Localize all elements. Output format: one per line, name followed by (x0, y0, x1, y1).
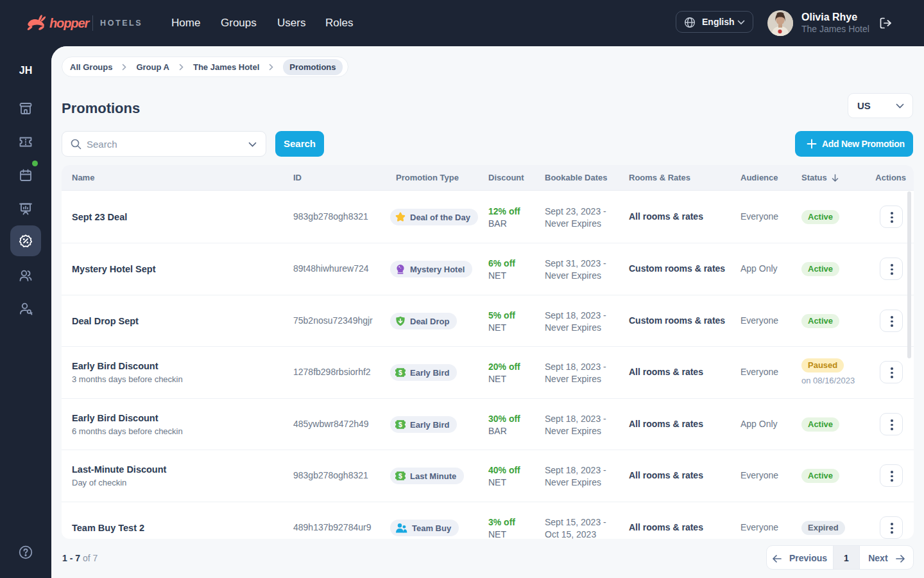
svg-text:$: $ (398, 369, 402, 376)
svg-text:$: $ (398, 472, 402, 480)
svg-text:$: $ (398, 421, 402, 428)
